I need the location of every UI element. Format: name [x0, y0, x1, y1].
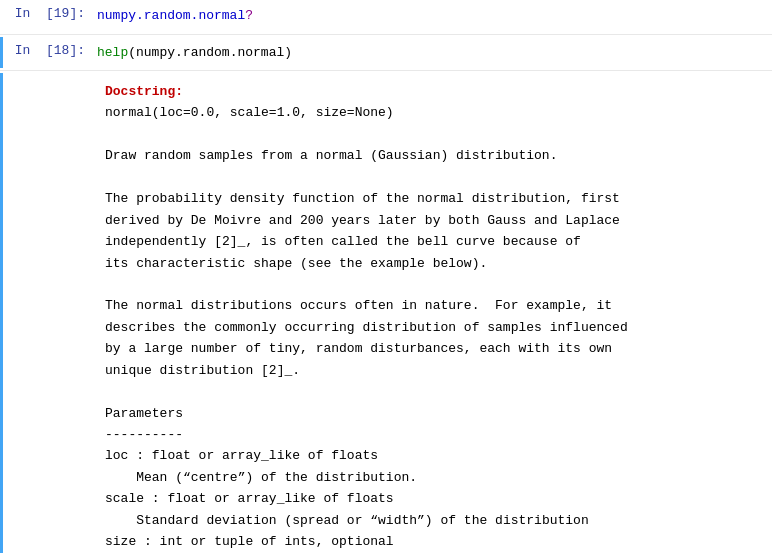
help-body: Draw random samples from a normal (Gauss…: [105, 148, 628, 553]
cell-19-content[interactable]: numpy.random.normal?: [93, 4, 772, 28]
cell-18-prompt: In [18]:: [3, 41, 93, 58]
cell-19[interactable]: In [19]: numpy.random.normal?: [0, 0, 772, 32]
cell-divider-2: [0, 70, 772, 71]
help-text-block: Docstring: normal(loc=0.0, scale=1.0, si…: [105, 81, 762, 553]
docstring-label: Docstring:: [105, 84, 183, 99]
code-help-func: help: [97, 45, 128, 60]
cell-19-code: numpy.random.normal?: [97, 6, 768, 26]
help-signature: normal(loc=0.0, scale=1.0, size=None): [105, 105, 394, 120]
cell-18-content[interactable]: help(numpy.random.normal): [93, 41, 772, 65]
code-help-arg: (numpy.random.normal): [128, 45, 292, 60]
code-question-mark: ?: [245, 8, 253, 23]
notebook-container: In [19]: numpy.random.normal? In [18]: h…: [0, 0, 772, 553]
code-normal-ref: numpy.random.normal: [97, 8, 245, 23]
help-output: Docstring: normal(loc=0.0, scale=1.0, si…: [0, 73, 772, 553]
cell-18[interactable]: In [18]: help(numpy.random.normal): [0, 37, 772, 69]
cell-19-prompt: In [19]:: [3, 4, 93, 21]
cell-divider-1: [0, 34, 772, 35]
cell-18-code: help(numpy.random.normal): [97, 43, 768, 63]
help-content-inner: Docstring: normal(loc=0.0, scale=1.0, si…: [15, 81, 772, 553]
